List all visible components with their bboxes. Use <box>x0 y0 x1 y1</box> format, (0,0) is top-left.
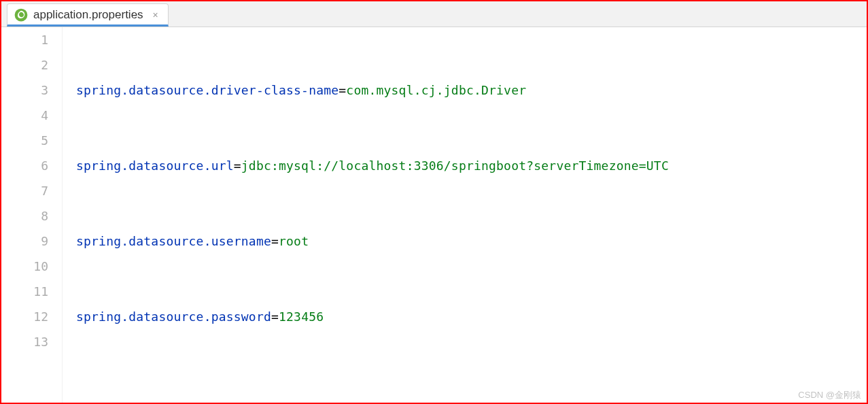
line-number: 11 <box>1 279 48 304</box>
tab-bar: application.properties × <box>1 1 867 27</box>
code-line[interactable]: spring.datasource.password=123456 <box>76 304 867 329</box>
line-number: 5 <box>1 128 48 153</box>
line-number: 12 <box>1 304 48 329</box>
code-area[interactable]: spring.datasource.driver-class-name=com.… <box>63 27 867 403</box>
line-number: 8 <box>1 203 48 229</box>
watermark: CSDN @金刚猿 <box>798 389 861 401</box>
line-number: 2 <box>1 52 48 78</box>
svg-point-1 <box>18 16 20 18</box>
close-icon[interactable]: × <box>153 10 158 20</box>
code-line[interactable]: spring.datasource.url=jdbc:mysql://local… <box>76 153 867 178</box>
tab-title: application.properties <box>33 8 143 22</box>
code-line[interactable]: spring.datasource.username=root <box>76 229 867 254</box>
line-number: 9 <box>1 229 48 254</box>
code-line[interactable]: spring.datasource.driver-class-name=com.… <box>76 78 867 103</box>
line-number: 3 <box>1 78 48 103</box>
line-number: 1 <box>1 27 48 52</box>
code-line[interactable] <box>76 380 867 403</box>
code-editor[interactable]: 1 2 3 4 5 6 7 8 9 10 11 12 13 spring.dat… <box>1 27 867 403</box>
line-number: 7 <box>1 178 48 203</box>
line-gutter: 1 2 3 4 5 6 7 8 9 10 11 12 13 <box>1 27 63 403</box>
line-number: 10 <box>1 254 48 279</box>
line-number: 4 <box>1 103 48 128</box>
editor-window: application.properties × 1 2 3 4 5 6 7 8… <box>0 0 868 404</box>
svg-point-0 <box>15 9 28 22</box>
line-number: 13 <box>1 329 48 354</box>
line-number: 6 <box>1 153 48 178</box>
file-tab[interactable]: application.properties × <box>7 3 169 27</box>
spring-icon <box>14 8 28 22</box>
